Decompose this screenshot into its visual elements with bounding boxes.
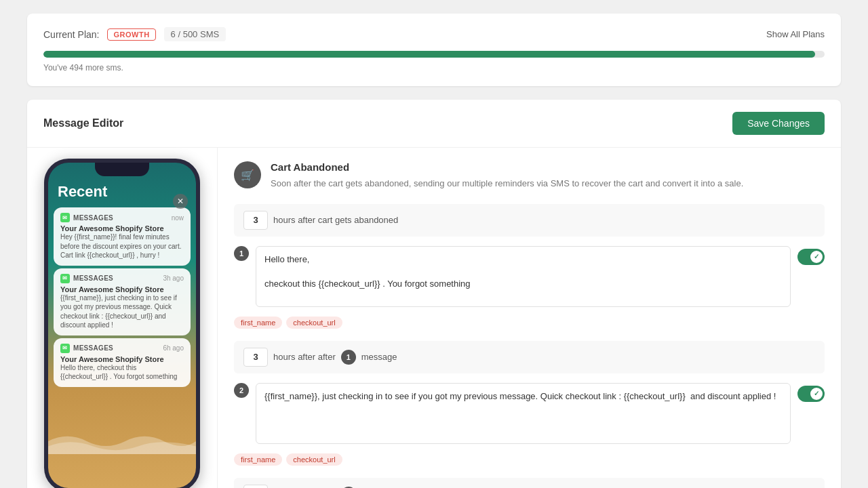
progress-bar-container (43, 51, 825, 58)
toggle-knob-2: ✓ (810, 388, 823, 400)
messages-icon-1: ✉ (60, 213, 70, 222)
editor-header: Message Editor Save Changes (27, 100, 841, 148)
right-panel: 🛒 Cart Abandoned Soon after the cart get… (217, 148, 841, 488)
tags-row-2: first_name checkout_url (234, 453, 825, 466)
phone-close-button[interactable]: ✕ (173, 194, 188, 209)
plan-sms: 6 / 500 SMS (164, 27, 226, 41)
tag-checkout-url-2: checkout_url (286, 453, 342, 466)
plan-badge: GROWTH (107, 28, 155, 41)
cart-abandoned-title: Cart Abandoned (271, 161, 743, 173)
hours-input-between-1[interactable] (243, 348, 268, 367)
phone-screen: Recent ✕ ✉ MESSAGES now Your Aw (48, 163, 196, 488)
notif-header-3: ✉ MESSAGES 6h ago (60, 344, 184, 353)
hours-row-between-1: hours after after 1 message (234, 341, 825, 373)
notification-card-3: ✉ MESSAGES 6h ago Your Awesome Shopify S… (54, 338, 191, 387)
cart-abandoned-header: 🛒 Cart Abandoned Soon after the cart get… (234, 161, 825, 190)
tag-first-name-1: first_name (234, 317, 282, 329)
plan-card: Current Plan: GROWTH 6 / 500 SMS Show Al… (27, 14, 841, 86)
message-block-2: 2 {{first_name}}, just checking in to se… (234, 383, 825, 466)
plan-header: Current Plan: GROWTH 6 / 500 SMS Show Al… (43, 27, 825, 41)
messages-icon-2: ✉ (60, 274, 70, 283)
progress-bar-fill (43, 51, 815, 58)
editor-card: Message Editor Save Changes Recent ✕ (27, 100, 841, 488)
notif-time-2: 3h ago (163, 274, 184, 282)
notif-app-1: ✉ MESSAGES (60, 213, 113, 222)
phone-notch (95, 163, 149, 176)
page-container: Current Plan: GROWTH 6 / 500 SMS Show Al… (0, 0, 868, 488)
notif-time-1: now (172, 214, 184, 222)
msg-badge-1: 1 (234, 246, 249, 261)
toggle-check-1: ✓ (814, 253, 819, 260)
hours-input-between-2[interactable] (243, 485, 268, 489)
tag-first-name-2: first_name (234, 453, 282, 466)
message-textarea-wrap-2: {{first_name}}, just checking in to see … (256, 383, 791, 447)
show-all-plans-link[interactable]: Show All Plans (766, 29, 825, 39)
notif-store-2: Your Awesome Shopify Store (60, 285, 184, 293)
toggle-1[interactable]: ✓ (797, 249, 825, 265)
hours-badge-between-1: 1 (341, 350, 356, 365)
toggle-2[interactable]: ✓ (797, 386, 825, 402)
notification-card-1: ✉ MESSAGES now Your Awesome Shopify Stor… (54, 207, 191, 266)
wave-svg (48, 428, 196, 454)
plan-label: Current Plan: (43, 29, 99, 40)
message-row-2: 2 {{first_name}}, just checking in to se… (234, 383, 825, 447)
hours-text-between-1-post: message (361, 352, 397, 362)
toggle-knob-1: ✓ (810, 251, 823, 263)
notif-time-3: 6h ago (163, 344, 184, 352)
tags-row-1: first_name checkout_url (234, 317, 825, 329)
cart-icon: 🛒 (234, 161, 261, 188)
notif-header-1: ✉ MESSAGES now (60, 213, 184, 222)
hours-row-between-2: hours after after 2 message (234, 478, 825, 489)
tag-checkout-url-1: checkout_url (286, 317, 342, 329)
editor-title: Message Editor (43, 117, 123, 129)
messages-icon-3: ✉ (60, 344, 70, 353)
hours-input-initial[interactable] (243, 211, 268, 230)
hours-text-between-1-pre: hours after after (273, 352, 336, 362)
plan-note: You've 494 more sms. (43, 63, 825, 73)
hours-text-initial: hours after cart gets abandoned (273, 215, 398, 225)
cart-abandoned-text: Cart Abandoned Soon after the cart gets … (271, 161, 743, 190)
notif-body-2: {{first_name}}, just checking in to see … (60, 293, 184, 330)
message-textarea-1[interactable]: Hello there, checkout this {{checkout_ur… (256, 246, 791, 307)
notif-header-2: ✉ MESSAGES 3h ago (60, 274, 184, 283)
message-textarea-wrap-1: Hello there, checkout this {{checkout_ur… (256, 246, 791, 310)
notif-body-3: Hello there, checkout this {{checkout_ur… (60, 363, 184, 382)
msg-badge-2: 2 (234, 383, 249, 398)
save-changes-button[interactable]: Save Changes (732, 112, 825, 135)
notification-card-2: ✉ MESSAGES 3h ago Your Awesome Shopify S… (54, 268, 191, 336)
plan-left: Current Plan: GROWTH 6 / 500 SMS (43, 27, 226, 41)
phone-frame: Recent ✕ ✉ MESSAGES now Your Aw (44, 159, 200, 488)
message-row-1: 1 Hello there, checkout this {{checkout_… (234, 246, 825, 310)
hours-row-initial: hours after cart gets abandoned (234, 204, 825, 237)
notif-app-3: ✉ MESSAGES (60, 344, 113, 353)
notif-app-2: ✉ MESSAGES (60, 274, 113, 283)
toggle-check-2: ✓ (814, 390, 819, 397)
phone-preview: Recent ✕ ✉ MESSAGES now Your Aw (27, 148, 217, 488)
notif-store-1: Your Awesome Shopify Store (60, 224, 184, 232)
message-textarea-2[interactable]: {{first_name}}, just checking in to see … (256, 383, 791, 444)
notif-store-3: Your Awesome Shopify Store (60, 355, 184, 363)
cart-abandoned-desc: Soon after the cart gets abandoned, send… (271, 177, 743, 190)
message-block-1: 1 Hello there, checkout this {{checkout_… (234, 246, 825, 329)
editor-body: Recent ✕ ✉ MESSAGES now Your Aw (27, 148, 841, 488)
notif-body-1: Hey {{first_name}}! final few minutes be… (60, 232, 184, 260)
